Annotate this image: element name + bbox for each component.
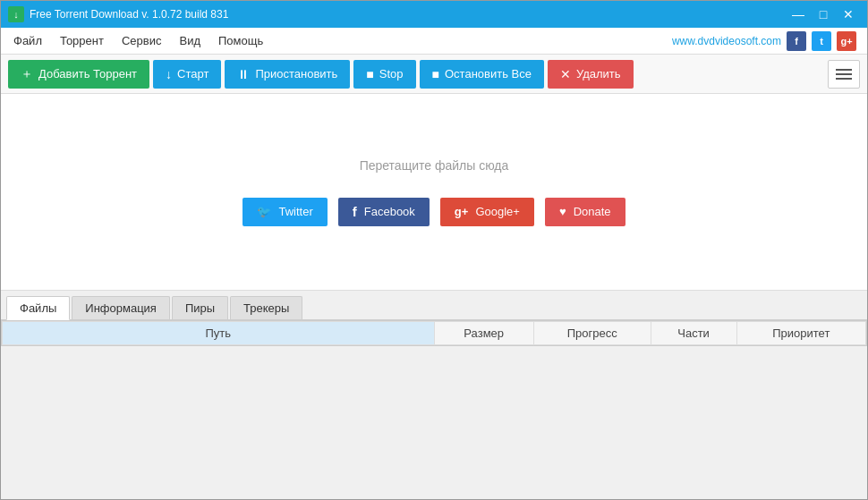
tab-peers[interactable]: Пиры: [172, 296, 228, 319]
files-table: Путь Размер Прогресс Части Приоритет: [2, 321, 866, 345]
menu-view[interactable]: Вид: [170, 30, 209, 51]
menu-help[interactable]: Помощь: [209, 30, 272, 51]
start-icon: ↓: [166, 67, 172, 81]
tabs-bar: Файлы Информация Пиры Трекеры: [1, 291, 867, 320]
google-plus-icon[interactable]: g+: [837, 31, 856, 51]
facebook-icon[interactable]: f: [787, 31, 806, 51]
col-parts: Части: [651, 322, 736, 345]
window-controls: — □ ✕: [787, 5, 860, 23]
files-table-container: Путь Размер Прогресс Части Приоритет: [1, 320, 867, 346]
col-size: Размер: [434, 322, 533, 345]
twitter-bird-icon: 🐦: [257, 205, 271, 218]
col-path: Путь: [3, 322, 435, 345]
tab-trackers[interactable]: Трекеры: [230, 296, 302, 319]
col-progress: Прогресс: [533, 322, 651, 345]
delete-icon: ✕: [560, 67, 571, 81]
social-buttons-row: 🐦 Twitter f Facebook g+ Google+ ♥ Donate: [243, 198, 625, 226]
menu-right: www.dvdvideosoft.com f t g+: [672, 31, 864, 51]
add-torrent-button[interactable]: ＋ Добавить Торрент: [8, 60, 149, 89]
stop-all-icon: ■: [432, 67, 439, 81]
facebook-f-icon: f: [353, 204, 357, 219]
main-drop-area: Перетащите файлы сюда 🐦 Twitter f Facebo…: [1, 94, 867, 291]
start-button[interactable]: ↓ Старт: [153, 60, 221, 89]
donate-button[interactable]: ♥ Donate: [545, 198, 625, 226]
twitter-icon[interactable]: t: [812, 31, 831, 51]
stop-icon: ■: [366, 67, 373, 81]
menu-torrent[interactable]: Торрент: [51, 30, 113, 51]
stop-button[interactable]: ■ Stop: [353, 60, 415, 89]
pause-icon: ⏸: [237, 67, 250, 81]
dvd-link[interactable]: www.dvdvideosoft.com: [672, 35, 781, 47]
tab-files[interactable]: Файлы: [6, 296, 70, 320]
stop-all-button[interactable]: ■ Остановить Все: [420, 60, 544, 89]
pause-button[interactable]: ⏸ Приостановить: [225, 60, 350, 89]
googleplus-icon: g+: [455, 205, 469, 218]
facebook-share-button[interactable]: f Facebook: [338, 198, 430, 226]
drop-hint-text: Перетащите файлы сюда: [360, 158, 509, 173]
delete-button[interactable]: ✕ Удалить: [548, 60, 634, 89]
menu-file[interactable]: Файл: [4, 30, 51, 51]
maximize-button[interactable]: □: [812, 5, 835, 23]
bottom-panel: Файлы Информация Пиры Трекеры Путь Разме…: [1, 291, 867, 346]
twitter-share-button[interactable]: 🐦 Twitter: [243, 198, 327, 226]
toolbar: ＋ Добавить Торрент ↓ Старт ⏸ Приостанови…: [1, 55, 867, 94]
close-button[interactable]: ✕: [837, 5, 860, 23]
col-priority: Приоритет: [736, 322, 865, 345]
hamburger-menu-button[interactable]: [828, 60, 860, 89]
googleplus-share-button[interactable]: g+ Google+: [440, 198, 534, 226]
tab-info[interactable]: Информация: [72, 296, 170, 319]
title-bar: ↓ Free Torrent Download v. 1.0.72 build …: [1, 1, 867, 28]
menu-bar: Файл Торрент Сервис Вид Помощь www.dvdvi…: [1, 28, 867, 55]
app-icon: ↓: [8, 6, 24, 22]
add-icon: ＋: [21, 66, 33, 82]
minimize-button[interactable]: —: [787, 5, 810, 23]
heart-icon: ♥: [559, 205, 566, 218]
menu-service[interactable]: Сервис: [113, 30, 171, 51]
app-title: Free Torrent Download v. 1.0.72 build 83…: [30, 8, 787, 21]
